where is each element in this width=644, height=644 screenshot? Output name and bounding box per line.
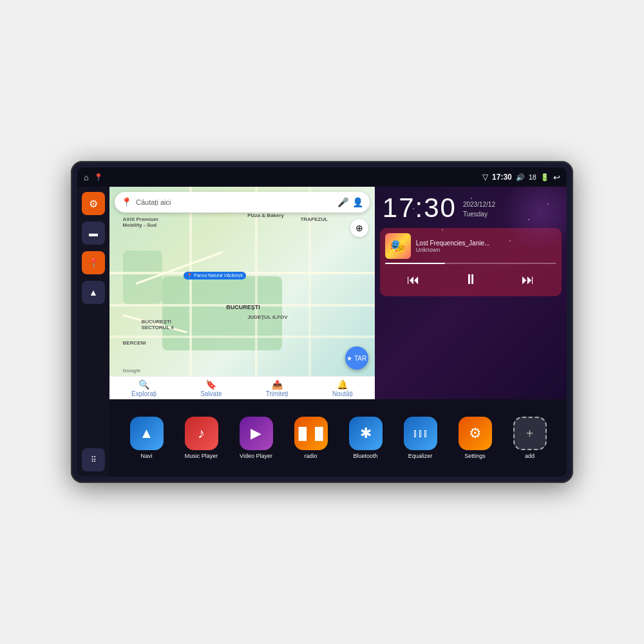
music-text: Lost Frequencies_Janie... Unknown — [416, 240, 556, 253]
album-art: 🎭 — [385, 233, 411, 259]
content-area: AXIS PremiumMobility - Sud Pizza & Baker… — [109, 187, 567, 477]
saved-label: Salvate — [200, 390, 222, 397]
share-label: Trimiteți — [266, 390, 289, 397]
app-video[interactable]: ▶ Video Player — [234, 417, 279, 459]
equalizer-label: Equalizer — [408, 453, 433, 459]
settings-icon: ⚙ — [89, 198, 98, 210]
music-icon: ♪ — [185, 417, 218, 450]
star-icon: ★ TAR — [346, 355, 366, 362]
volume-icon: 🔊 — [516, 173, 525, 182]
home-icon[interactable]: ⌂ — [84, 173, 89, 182]
google-maps-icon: 📍 — [121, 197, 132, 207]
clock-time: 17:30 — [383, 194, 457, 222]
music-player-label: Music Player — [185, 453, 218, 459]
map-label-s4: BUCUREȘTISECTORUL 4 — [141, 319, 173, 330]
settings-app-icon: ⚙ — [459, 417, 492, 450]
map-label-buc: BUCUREȘTI — [226, 304, 260, 310]
map-label-axis: AXIS PremiumMobility - Sud — [123, 216, 158, 228]
back-icon[interactable]: ↩ — [553, 173, 560, 182]
share-icon: 📤 — [272, 379, 283, 390]
app-music[interactable]: ♪ Music Player — [179, 417, 224, 459]
music-player: 🎭 Lost Frequencies_Janie... Unknown — [380, 228, 562, 296]
music-title: Lost Frequencies_Janie... — [416, 240, 556, 247]
sidebar-settings-btn[interactable]: ⚙ — [82, 192, 105, 215]
sidebar: ⚙ ▬ 📍 ▲ ⠿ — [77, 187, 109, 477]
sidebar-files-btn[interactable]: ▬ — [82, 222, 105, 245]
radio-label: radio — [304, 453, 317, 459]
sidebar-nav-btn[interactable]: ▲ — [82, 281, 105, 304]
map-nav-news[interactable]: 🔔 Noutăți — [332, 379, 353, 397]
music-artist: Unknown — [416, 247, 556, 253]
app-settings[interactable]: ⚙ Settings — [453, 417, 498, 459]
app-navi[interactable]: ▲ Navi — [124, 417, 169, 459]
location-icon: 📍 — [88, 258, 99, 268]
map-compass[interactable]: ⊕ — [350, 219, 368, 237]
explore-label: Explorați — [131, 390, 156, 397]
pause-btn[interactable]: ⏸ — [460, 269, 481, 290]
navi-icon: ▲ — [130, 417, 164, 450]
nav-arrow-icon: ▲ — [89, 287, 98, 298]
account-icon[interactable]: 👤 — [352, 197, 363, 207]
map-bottom-nav: 🔍 Explorați 🔖 Salvate 📤 Trimiteți — [109, 376, 375, 399]
time-display: 17:30 — [492, 173, 512, 182]
video-player-label: Video Player — [240, 453, 272, 459]
progress-fill — [385, 263, 445, 264]
map-label-ilfov: JUDEȚUL ILFOV — [247, 314, 288, 320]
map-background: AXIS PremiumMobility - Sud Pizza & Baker… — [109, 187, 375, 399]
next-btn[interactable]: ⏭ — [518, 269, 538, 290]
wifi-icon: ▽ — [482, 173, 488, 182]
sidebar-maps-btn[interactable]: 📍 — [82, 251, 105, 274]
progress-bar[interactable] — [385, 263, 556, 264]
prev-btn[interactable]: ⏮ — [403, 269, 424, 290]
status-left: ⌂ 📍 — [84, 173, 103, 182]
app-add[interactable]: + add — [507, 417, 553, 459]
search-text: Căutați aici — [136, 198, 334, 206]
add-icon: + — [513, 417, 547, 450]
app-equalizer[interactable]: ⫿⫿⫿ Equalizer — [398, 417, 443, 459]
map-label-trap: TRAPEZUL — [300, 216, 328, 222]
clock-date: 2023/12/12 — [463, 201, 495, 208]
map-label-pizza: Pizza & Bakery — [247, 213, 284, 218]
navi-label: Navi — [140, 453, 152, 459]
sidebar-apps-btn[interactable]: ⠿ — [82, 448, 105, 471]
video-icon: ▶ — [240, 417, 273, 450]
folder-icon: ▬ — [89, 228, 98, 238]
clock-widget: 17:30 2023/12/12 Tuesday — [380, 192, 562, 224]
bluetooth-label: Bluetooth — [353, 453, 377, 459]
app-radio[interactable]: ▐▌▐▌ radio — [289, 417, 334, 459]
clock-day: Tuesday — [463, 211, 495, 218]
music-info: 🎭 Lost Frequencies_Janie... Unknown — [385, 233, 556, 259]
saved-icon: 🔖 — [205, 379, 216, 390]
radio-icon: ▐▌▐▌ — [294, 417, 328, 450]
map-container[interactable]: AXIS PremiumMobility - Sud Pizza & Baker… — [109, 187, 375, 399]
map-search-bar[interactable]: 📍 Căutați aici 🎤 👤 — [115, 192, 370, 213]
status-right: ▽ 17:30 🔊 18 🔋 ↩ — [482, 173, 560, 182]
device-screen: ⌂ 📍 ▽ 17:30 🔊 18 🔋 ↩ ⚙ ▬ — [77, 167, 567, 477]
settings-label: Settings — [464, 453, 486, 459]
news-icon: 🔔 — [337, 379, 348, 390]
bluetooth-icon: ✱ — [349, 417, 383, 450]
music-controls: ⏮ ⏸ ⏭ — [385, 268, 556, 291]
battery-icon: 🔋 — [540, 173, 549, 182]
main-area: ⚙ ▬ 📍 ▲ ⠿ — [77, 187, 567, 477]
map-star-btn[interactable]: ★ TAR — [345, 346, 368, 370]
news-label: Noutăți — [332, 390, 353, 397]
mic-icon[interactable]: 🎤 — [337, 197, 348, 207]
upper-content: AXIS PremiumMobility - Sud Pizza & Baker… — [109, 187, 567, 399]
map-nav-saved[interactable]: 🔖 Salvate — [200, 379, 222, 397]
equalizer-icon: ⫿⫿⫿ — [404, 417, 437, 450]
app-grid: ▲ Navi ♪ Music Player ▶ V — [109, 399, 567, 477]
map-nav-explore[interactable]: 🔍 Explorați — [131, 379, 156, 397]
device-outer: ⌂ 📍 ▽ 17:30 🔊 18 🔋 ↩ ⚙ ▬ — [71, 161, 573, 483]
explore-icon: 🔍 — [138, 379, 149, 390]
album-art-icon: 🎭 — [390, 238, 406, 254]
map-label-google: Google — [123, 368, 141, 374]
right-panel: 17:30 2023/12/12 Tuesday 🎭 — [375, 187, 567, 399]
maps-icon[interactable]: 📍 — [94, 173, 103, 182]
map-nav-share[interactable]: 📤 Trimiteți — [266, 379, 289, 397]
map-label-berceni: BERCENI — [123, 340, 146, 346]
app-bluetooth[interactable]: ✱ Bluetooth — [343, 417, 388, 459]
battery-level: 18 — [529, 173, 536, 181]
map-pin-park: 📍 Parcul Natural Văcărești — [184, 272, 245, 279]
status-bar: ⌂ 📍 ▽ 17:30 🔊 18 🔋 ↩ — [77, 167, 567, 187]
